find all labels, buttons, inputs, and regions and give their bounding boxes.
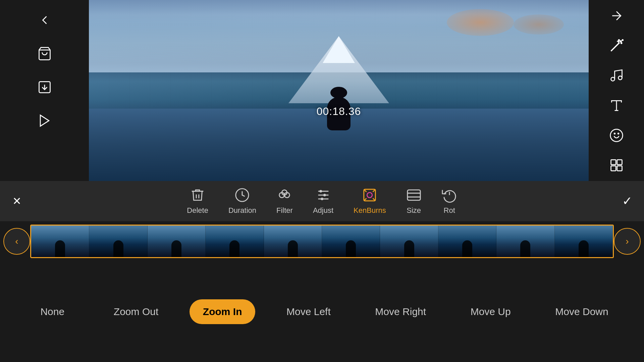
play-button[interactable]	[35, 111, 55, 131]
timeline-frame	[89, 226, 147, 257]
size-label: Size	[407, 206, 421, 215]
svg-point-33	[321, 198, 323, 200]
close-button[interactable]: ✕	[7, 191, 27, 211]
sticker-button[interactable]	[606, 156, 627, 174]
option-zoom-in[interactable]: Zoom In	[190, 299, 256, 324]
timeline-right-button[interactable]: ›	[614, 228, 641, 255]
bottom-section: ✕ Delete Duration	[0, 181, 644, 362]
store-button[interactable]	[35, 44, 55, 64]
left-sidebar	[0, 0, 89, 181]
delete-tool[interactable]: Delete	[187, 187, 208, 215]
delete-label: Delete	[187, 206, 208, 215]
kenburns-label: KenBurns	[354, 206, 386, 215]
magic-wand-button[interactable]	[606, 37, 627, 55]
timeline-area: ‹ ›	[0, 221, 644, 261]
adjust-label: Adjust	[313, 206, 333, 215]
option-move-left[interactable]: Move Left	[273, 299, 344, 324]
kenburns-tool[interactable]: KenBurns	[354, 187, 386, 215]
text-button[interactable]	[606, 97, 627, 115]
svg-point-32	[323, 194, 326, 196]
emoji-button[interactable]	[606, 126, 627, 144]
svg-point-13	[611, 77, 614, 81]
timeline-frame	[380, 226, 438, 257]
tools-list: Delete Duration Filter	[34, 187, 610, 215]
option-move-right-label: Move Right	[375, 306, 426, 317]
timeline-frame	[31, 226, 89, 257]
option-none-label: None	[40, 306, 64, 317]
option-none[interactable]: None	[22, 299, 83, 324]
svg-point-11	[621, 43, 622, 44]
option-move-left-label: Move Left	[286, 306, 331, 317]
timeline-frame	[322, 226, 380, 257]
timeline-left-button[interactable]: ‹	[3, 228, 30, 255]
svg-marker-3	[40, 115, 49, 126]
timeline-frame	[264, 226, 322, 257]
option-move-down[interactable]: Move Down	[542, 299, 622, 324]
rot-label: Rot	[444, 206, 455, 215]
filter-tool[interactable]: Filter	[276, 187, 293, 215]
adjust-tool[interactable]: Adjust	[313, 187, 333, 215]
music-button[interactable]	[606, 66, 627, 84]
svg-point-17	[610, 129, 623, 141]
rot-tool[interactable]: Rot	[442, 187, 457, 215]
right-sidebar	[589, 0, 644, 181]
confirm-button[interactable]: ✓	[617, 191, 637, 211]
filter-label: Filter	[276, 206, 293, 215]
duration-label: Duration	[228, 206, 256, 215]
video-timestamp: 00:18.36	[317, 105, 361, 118]
size-tool[interactable]: Size	[406, 187, 422, 215]
option-zoom-out-label: Zoom Out	[114, 306, 158, 317]
back-button[interactable]	[35, 10, 55, 30]
svg-rect-40	[408, 190, 420, 200]
options-bar: None Zoom Out Zoom In Move Left Move Rig…	[0, 261, 644, 362]
svg-rect-22	[611, 166, 616, 171]
svg-rect-23	[617, 166, 622, 171]
timeline-frame	[555, 226, 613, 257]
download-button[interactable]	[35, 77, 55, 97]
option-move-up-label: Move Up	[471, 306, 511, 317]
tool-bar: ✕ Delete Duration	[0, 181, 644, 221]
option-move-right[interactable]: Move Right	[362, 299, 439, 324]
option-move-down-label: Move Down	[555, 306, 608, 317]
svg-point-10	[622, 40, 623, 41]
option-move-up[interactable]: Move Up	[457, 299, 524, 324]
svg-rect-20	[611, 160, 616, 165]
svg-point-14	[618, 76, 622, 80]
svg-point-35	[367, 192, 372, 197]
svg-rect-21	[617, 160, 622, 165]
timeline-frame	[496, 226, 554, 257]
svg-point-9	[620, 41, 622, 42]
timeline-frame	[206, 226, 264, 257]
svg-line-8	[611, 43, 620, 51]
svg-point-31	[319, 190, 322, 193]
option-zoom-in-label: Zoom In	[203, 306, 242, 317]
video-preview: 00:18.36	[89, 0, 589, 181]
timeline-frame	[148, 226, 206, 257]
option-zoom-out[interactable]: Zoom Out	[100, 299, 172, 324]
magic-button[interactable]	[606, 7, 627, 25]
timeline-strip	[30, 225, 614, 258]
timeline-frames	[31, 226, 613, 257]
timeline-frame	[438, 226, 496, 257]
duration-tool[interactable]: Duration	[228, 187, 256, 215]
